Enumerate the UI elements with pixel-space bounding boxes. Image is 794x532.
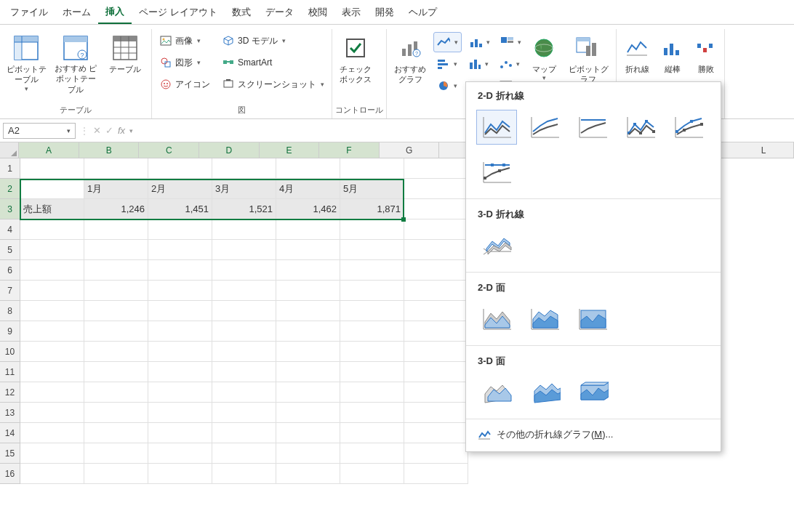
chart-type-stacked-line[interactable] [524,110,565,145]
cell[interactable] [404,199,468,219]
cell[interactable] [276,158,340,179]
cell[interactable] [404,281,468,301]
cell[interactable] [148,240,212,260]
row-header-4[interactable]: 4 [0,219,20,240]
cell-F2[interactable]: 5月 [340,179,404,199]
cell[interactable] [20,443,84,464]
screenshot-button[interactable]: スクリーンショット ▾ [217,74,329,94]
cell-C2[interactable]: 2月 [148,179,212,199]
row-header-15[interactable]: 15 [0,443,20,464]
row-header-16[interactable]: 16 [0,464,20,484]
cell-B2[interactable]: 1月 [84,179,148,199]
cell[interactable] [404,443,468,464]
row-header-13[interactable]: 13 [0,403,20,423]
line-chart-dropdown[interactable]: ▾ [433,32,462,52]
col-header-D[interactable]: D [199,142,260,158]
cell[interactable] [20,362,84,382]
cell[interactable] [404,321,468,342]
cell[interactable] [212,321,276,342]
cell[interactable] [148,281,212,301]
cell[interactable] [148,464,212,484]
cell[interactable] [212,362,276,382]
cell-E3[interactable]: 1,462 [276,199,340,219]
cell[interactable] [84,362,148,382]
cell[interactable] [340,281,404,301]
cell[interactable] [20,321,84,342]
icons-button[interactable]: アイコン [155,74,214,94]
cell[interactable] [340,464,404,484]
row-header-7[interactable]: 7 [0,281,20,301]
cell[interactable] [212,260,276,281]
col-header-G[interactable]: G [380,142,440,158]
chart-type-line-markers[interactable] [620,110,661,145]
cell[interactable] [340,240,404,260]
cell-C3[interactable]: 1,451 [148,199,212,219]
cell[interactable] [340,342,404,362]
cell[interactable] [148,443,212,464]
cell[interactable] [404,423,468,443]
select-all-corner[interactable] [0,142,19,158]
cell[interactable] [84,423,148,443]
cell[interactable] [404,219,468,240]
cell[interactable] [84,382,148,403]
cell[interactable] [340,260,404,281]
cell[interactable] [84,403,148,423]
cell[interactable] [212,240,276,260]
column-chart-dropdown[interactable]: ▾ [466,32,493,52]
cell[interactable] [404,464,468,484]
cell[interactable] [84,464,148,484]
cell[interactable] [84,240,148,260]
cell[interactable] [404,240,468,260]
cell[interactable] [276,342,340,362]
name-box[interactable]: A2 ▾ [3,123,76,139]
cell[interactable] [276,403,340,423]
cell[interactable] [148,260,212,281]
cell[interactable] [340,219,404,240]
cell[interactable] [84,260,148,281]
cell[interactable] [404,382,468,403]
cell[interactable] [276,464,340,484]
cell[interactable] [212,382,276,403]
cell[interactable] [84,158,148,179]
cell[interactable] [340,158,404,179]
chart-type-100stacked-line-markers[interactable] [476,155,517,190]
cell[interactable] [148,321,212,342]
chart-type-stacked-line-markers[interactable] [668,110,709,145]
cell[interactable] [212,281,276,301]
enter-icon[interactable]: ✓ [105,125,113,136]
3dmodel-button[interactable]: 3D モデル ▾ [217,31,329,51]
cell[interactable] [212,464,276,484]
cell[interactable] [20,423,84,443]
menu-pagelayout[interactable]: ページ レイアウト [132,1,225,23]
col-header-A[interactable]: A [19,142,79,158]
cell[interactable] [148,382,212,403]
row-header-2[interactable]: 2 [0,179,20,199]
chart-type-100stacked-line[interactable] [572,110,613,145]
cell[interactable] [404,403,468,423]
pie-chart-dropdown[interactable]: ▾ [433,76,460,96]
row-header-6[interactable]: 6 [0,260,20,281]
row-header-9[interactable]: 9 [0,321,20,342]
chart-type-3d-line[interactable] [476,228,517,263]
cell[interactable] [20,403,84,423]
cell[interactable] [276,301,340,321]
cell[interactable] [212,423,276,443]
cell[interactable] [276,423,340,443]
cell[interactable] [340,301,404,321]
cell[interactable] [148,301,212,321]
cell[interactable] [276,362,340,382]
statistical-chart-dropdown[interactable]: ▾ [465,54,492,74]
cell[interactable] [212,219,276,240]
menu-help[interactable]: ヘルプ [401,1,444,23]
cell[interactable] [212,443,276,464]
cell[interactable] [148,423,212,443]
table-button[interactable]: テーブル [102,31,148,97]
cell[interactable] [404,179,468,199]
cell[interactable] [84,443,148,464]
cell[interactable] [20,281,84,301]
cell[interactable] [276,219,340,240]
smartart-button[interactable]: SmartArt [217,52,329,73]
cell[interactable] [20,260,84,281]
cell[interactable] [148,158,212,179]
cell[interactable] [84,301,148,321]
